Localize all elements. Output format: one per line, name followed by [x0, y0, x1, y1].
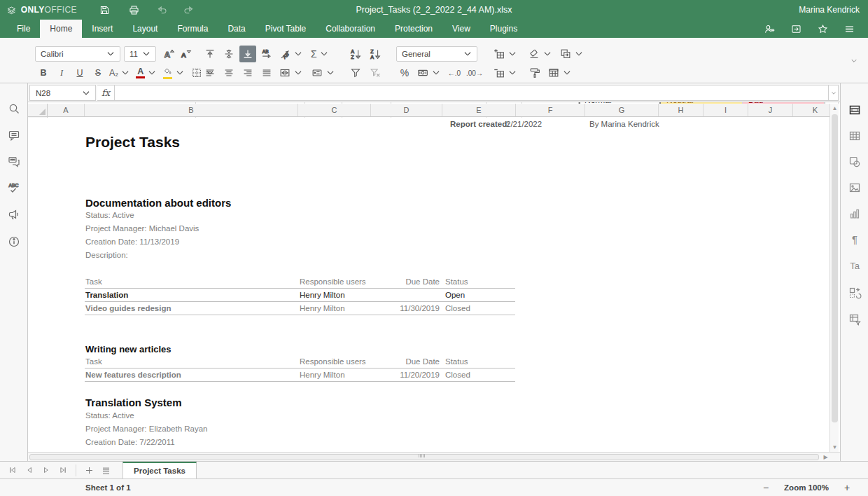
align-center-button[interactable]	[220, 64, 237, 81]
accounting-style-button[interactable]	[415, 64, 444, 81]
vertical-scrollbar[interactable]: ▲ ▼	[830, 104, 839, 452]
clear-button[interactable]	[526, 46, 555, 62]
named-ranges-button[interactable]	[309, 64, 338, 81]
pivot-table-settings-button[interactable]	[848, 312, 862, 326]
cell-B10[interactable]: Description:	[85, 250, 128, 261]
percent-style-button[interactable]: %	[396, 64, 413, 81]
slicer-settings-button[interactable]	[848, 286, 862, 300]
previous-sheet-button[interactable]	[21, 462, 38, 479]
spellcheck-button[interactable]	[7, 181, 21, 195]
cell-B8[interactable]: Project Manager: Michael Davis	[85, 223, 199, 234]
comments-button[interactable]	[7, 128, 21, 142]
strikeout-button[interactable]: S	[90, 64, 106, 81]
collapse-toolbar-button[interactable]	[844, 53, 864, 69]
tab-data[interactable]: Data	[218, 20, 255, 38]
table-settings-button[interactable]	[848, 129, 862, 143]
column-header-G[interactable]: G	[585, 104, 659, 117]
column-header-B[interactable]: B	[85, 104, 298, 117]
decrease-font-button[interactable]	[177, 46, 194, 62]
first-sheet-button[interactable]	[4, 462, 21, 479]
insert-function-button[interactable]: fx	[97, 85, 115, 101]
chat-button[interactable]	[7, 155, 21, 169]
subscript-button[interactable]: A₂	[108, 64, 133, 81]
tab-collaboration[interactable]: Collaboration	[316, 20, 385, 38]
cell-C14[interactable]: Henry Milton	[300, 303, 345, 314]
cell-E13[interactable]: Open	[445, 290, 465, 301]
tab-layout[interactable]: Layout	[122, 20, 167, 38]
tab-plugins[interactable]: Plugins	[480, 20, 527, 38]
last-sheet-button[interactable]	[55, 462, 71, 479]
cell-C13[interactable]: Henry Milton	[300, 290, 345, 301]
bold-button[interactable]: B	[35, 64, 52, 81]
cell-G1[interactable]: By Marina Kendrick	[589, 119, 659, 130]
cell-B18[interactable]: Task	[85, 357, 102, 367]
expand-formula-bar-button[interactable]	[829, 85, 839, 101]
sort-descending-button[interactable]	[367, 46, 384, 62]
tab-insert[interactable]: Insert	[82, 20, 122, 38]
merge-cells-button[interactable]	[277, 64, 306, 81]
font-size-combo[interactable]: 11	[124, 46, 156, 62]
align-right-button[interactable]	[239, 64, 256, 81]
scroll-right-arrow-icon[interactable]: ▶	[821, 453, 830, 461]
column-header-J[interactable]: J	[748, 104, 793, 117]
feedback-button[interactable]	[7, 207, 21, 221]
cell-E12[interactable]: Status	[445, 277, 468, 287]
zoom-in-button[interactable]: +	[841, 482, 853, 493]
undo-button[interactable]	[150, 0, 174, 20]
column-header-F[interactable]: F	[516, 104, 585, 117]
cell-E19[interactable]: Closed	[445, 370, 470, 380]
align-bottom-button[interactable]	[239, 46, 256, 62]
add-user-button[interactable]	[756, 20, 783, 38]
copy-style-button[interactable]	[526, 64, 543, 81]
cell-B17[interactable]: Writing new articles	[85, 343, 172, 355]
cell-D18[interactable]: Due Date	[371, 357, 440, 367]
cell-B7[interactable]: Status: Active	[85, 210, 134, 221]
chart-settings-button[interactable]	[848, 207, 862, 221]
underline-button[interactable]: U	[71, 64, 88, 81]
cell-B9[interactable]: Creation Date: 11/13/2019	[85, 237, 179, 247]
save-button[interactable]	[92, 0, 116, 20]
number-format-combo[interactable]: General	[396, 46, 477, 62]
sheet-list-button[interactable]	[97, 462, 114, 479]
search-button[interactable]	[7, 102, 21, 116]
image-settings-button[interactable]	[848, 181, 862, 195]
column-header-K[interactable]: K	[793, 104, 830, 117]
zoom-out-button[interactable]: −	[760, 482, 771, 493]
cell-E14[interactable]: Closed	[445, 303, 470, 314]
column-header-E[interactable]: E	[442, 104, 516, 117]
increase-font-button[interactable]	[160, 46, 177, 62]
tab-formula[interactable]: Formula	[167, 20, 218, 38]
column-header-C[interactable]: C	[298, 104, 371, 117]
select-all-corner[interactable]	[28, 104, 48, 117]
shape-settings-button[interactable]	[848, 155, 862, 169]
add-sheet-button[interactable]	[80, 462, 97, 479]
cell-B13[interactable]: Translation	[85, 290, 128, 301]
tab-home[interactable]: Home	[40, 20, 82, 38]
vertical-scroll-thumb[interactable]	[832, 114, 838, 422]
cell-E1[interactable]: Report created:	[450, 119, 510, 130]
cell-B23[interactable]: Project Manager: Elizabeth Rayan	[85, 424, 208, 434]
cell-F1[interactable]: 2/21/2022	[506, 119, 542, 130]
wrap-text-button[interactable]	[258, 46, 275, 62]
cell-C12[interactable]: Responsible users	[300, 277, 366, 287]
insert-cells-button[interactable]	[491, 46, 520, 62]
sheet-area[interactable]: Report created:2/21/2022By Marina Kendri…	[28, 118, 830, 452]
cell-D14[interactable]: 11/30/2019	[371, 303, 440, 314]
increase-decimal-button[interactable]: .00→	[465, 64, 484, 81]
cell-B24[interactable]: Creation Date: 7/22/2011	[85, 437, 175, 448]
about-button[interactable]	[7, 235, 21, 249]
cell-B12[interactable]: Task	[85, 277, 102, 287]
scroll-down-arrow-icon[interactable]: ▼	[830, 443, 839, 452]
cell-E18[interactable]: Status	[445, 357, 468, 367]
italic-button[interactable]: I	[53, 64, 70, 81]
tab-pivot-table[interactable]: Pivot Table	[255, 20, 316, 38]
next-sheet-button[interactable]	[38, 462, 55, 479]
cell-name-box[interactable]: N28	[29, 85, 96, 101]
decrease-decimal-button[interactable]: ←.0	[446, 64, 463, 81]
cell-C18[interactable]: Responsible users	[300, 357, 366, 367]
column-header-A[interactable]: A	[48, 104, 85, 117]
format-as-table-button[interactable]	[546, 64, 575, 81]
orientation-button[interactable]	[277, 46, 306, 62]
column-header-D[interactable]: D	[371, 104, 442, 117]
formula-input[interactable]	[115, 85, 829, 101]
